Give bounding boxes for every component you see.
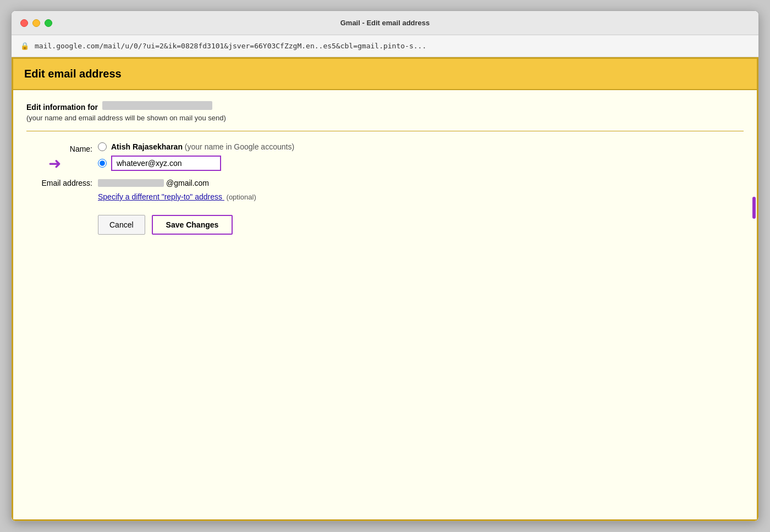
email-label: Email address:: [26, 179, 98, 187]
name-field-row: Name: Atish Rajasekharan (your name in G…: [26, 142, 744, 171]
google-name: Atish Rajasekharan (your name in Google …: [111, 142, 294, 151]
title-bar: Gmail - Edit email address: [12, 11, 758, 35]
address-bar: 🔒 mail.google.com/mail/u/0/?ui=2&ik=0828…: [12, 35, 758, 57]
page-content: Edit email address Edit information for …: [12, 57, 758, 521]
redacted-email: [98, 179, 164, 187]
window-title: Gmail - Edit email address: [340, 19, 430, 27]
reply-to-optional: (optional): [224, 193, 256, 201]
scrollbar-indicator[interactable]: [752, 197, 756, 219]
divider: [26, 131, 744, 131]
custom-name-input[interactable]: [111, 156, 221, 171]
redacted-name: [102, 101, 212, 110]
save-button[interactable]: Save Changes: [152, 215, 233, 235]
purple-arrow-icon: ➜: [48, 154, 61, 173]
page-header: Edit email address: [13, 59, 757, 90]
name-label: Name:: [26, 142, 98, 153]
email-field-row: Email address: @gmail.com: [26, 179, 744, 187]
name-radio-custom[interactable]: [98, 159, 107, 168]
name-options: Atish Rajasekharan (your name in Google …: [98, 142, 294, 171]
custom-name-row: ➜: [98, 156, 294, 171]
form-area: Edit information for (your name and emai…: [13, 90, 757, 246]
reply-to-link[interactable]: Specify a different "reply-to" address: [98, 192, 224, 201]
url-text: mail.google.com/mail/u/0/?ui=2&ik=0828fd…: [35, 42, 426, 50]
edit-info-section: Edit information for (your name and emai…: [26, 101, 744, 122]
traffic-lights: [20, 19, 52, 27]
page-title: Edit email address: [24, 68, 122, 80]
name-radio-google[interactable]: [98, 142, 107, 151]
browser-window: Gmail - Edit email address 🔒 mail.google…: [11, 10, 759, 522]
reply-to-row: Specify a different "reply-to" address (…: [98, 192, 744, 202]
cancel-button[interactable]: Cancel: [98, 215, 145, 235]
close-button[interactable]: [20, 19, 28, 27]
minimize-button[interactable]: [32, 19, 40, 27]
lock-icon: 🔒: [20, 42, 29, 50]
name-option-google[interactable]: Atish Rajasekharan (your name in Google …: [98, 142, 294, 151]
email-domain: @gmail.com: [166, 179, 209, 187]
edit-info-sub: (your name and email address will be sho…: [26, 114, 744, 122]
email-value: @gmail.com: [98, 179, 209, 187]
buttons-row: Cancel Save Changes: [98, 215, 744, 235]
maximize-button[interactable]: [45, 19, 52, 27]
edit-info-label: Edit information for: [26, 101, 744, 112]
name-option-custom[interactable]: [98, 156, 221, 171]
